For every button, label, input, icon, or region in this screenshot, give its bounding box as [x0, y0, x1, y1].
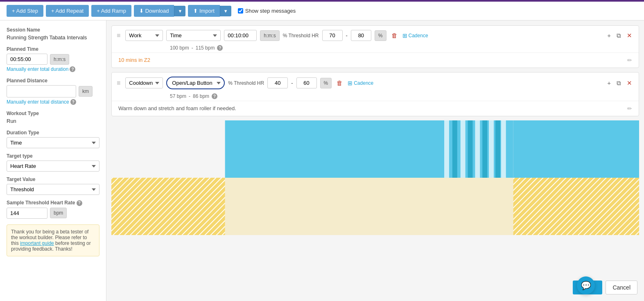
workout-type-label: Workout Type — [7, 111, 99, 116]
target-value-select[interactable]: Threshold Zone 1 Zone 2 Zone 3 Zone 4 Zo… — [7, 184, 99, 195]
planned-time-input[interactable] — [7, 54, 47, 65]
range-low-2[interactable] — [267, 77, 288, 88]
svg-rect-13 — [489, 120, 494, 178]
percent-badge-2: % — [320, 78, 332, 88]
delete-step-2[interactable]: 🗑 — [335, 79, 344, 87]
bpm-dash-1: - — [192, 45, 193, 51]
copy-step-1[interactable]: ⧉ — [615, 31, 623, 40]
edit-note-1[interactable]: ✏ — [627, 57, 632, 63]
step-note-1: 10 mins in Z2 ✏ — [112, 52, 639, 68]
distance-help-icon[interactable]: ? — [70, 99, 76, 105]
duration-type-select-2[interactable]: Time Distance Open/Lap Button — [166, 77, 225, 89]
cadence-btn-2[interactable]: ⊞ Cadence — [348, 80, 373, 86]
svg-rect-11 — [475, 120, 480, 178]
hms-badge-1: h:m:s — [260, 30, 279, 41]
range-high-1[interactable] — [351, 30, 371, 41]
step-type-select-1[interactable]: Work Warmup Cooldown Rest — [125, 30, 163, 41]
add-step-after-1[interactable]: + — [606, 31, 612, 40]
duration-type-select[interactable]: Time Distance — [7, 137, 99, 148]
target-type-select[interactable]: Heart Rate Power Pace Speed — [7, 161, 99, 172]
planned-time-row: h:m:s — [7, 54, 99, 65]
edit-note-2[interactable]: ✏ — [627, 105, 632, 112]
duration-type-label: Duration Type — [7, 130, 99, 136]
add-ramp-button[interactable]: + Add Ramp — [91, 5, 131, 17]
bpm-low-2: 57 bpm — [170, 93, 186, 99]
sample-threshold-unit: bpm — [50, 208, 67, 218]
threshold-help-icon[interactable]: ? — [77, 200, 82, 206]
download-button[interactable]: ⬇ Download — [134, 5, 174, 17]
drag-handle-2[interactable]: ≡ — [117, 79, 120, 87]
step-type-select-2[interactable]: Work Warmup Cooldown Rest — [125, 77, 163, 88]
cadence-btn-1[interactable]: ⊞ Cadence — [402, 32, 428, 39]
manually-enter-duration-link[interactable]: Manually enter total duration ? — [7, 66, 99, 72]
svg-rect-9 — [461, 120, 465, 178]
bpm-help-2[interactable]: ? — [212, 93, 217, 99]
sample-threshold-input[interactable] — [7, 208, 47, 219]
range-high-2[interactable] — [296, 77, 317, 88]
planned-distance-input[interactable] — [7, 85, 76, 97]
svg-rect-12 — [482, 120, 487, 178]
sidebar: Session Name Running Strength Tabata Int… — [0, 20, 106, 301]
bpm-dash-2: - — [189, 93, 190, 99]
chat-bubble[interactable]: 💬 — [577, 276, 595, 294]
beta-box: Thank you for being a beta tester of the… — [7, 224, 99, 256]
remove-step-2[interactable]: ✕ — [625, 79, 634, 88]
important-guide-link[interactable]: important guide — [20, 240, 54, 246]
planned-time-unit: h:m:s — [50, 54, 69, 65]
percent-badge-1: % — [375, 30, 386, 41]
import-button[interactable]: ⬆ Import — [188, 5, 219, 17]
threshold-label-1: % Threshold HR — [283, 33, 319, 38]
note-text-1: 10 mins in Z2 — [118, 57, 150, 63]
duration-help-icon[interactable]: ? — [70, 66, 75, 72]
svg-rect-8 — [452, 120, 457, 178]
planned-distance-unit: km — [79, 86, 93, 97]
step-actions-1: + ⧉ ✕ — [606, 31, 634, 40]
remove-step-1[interactable]: ✕ — [625, 31, 634, 40]
show-messages-checkbox[interactable] — [238, 8, 243, 14]
step-card-2: ≡ Work Warmup Cooldown Rest Time Distanc… — [111, 72, 639, 116]
target-value-label: Target Value — [7, 177, 99, 182]
step-card-1: ≡ Work Warmup Cooldown Rest Time Distanc… — [111, 25, 639, 68]
add-step-after-2[interactable]: + — [606, 79, 612, 87]
open-lap-container: Time Distance Open/Lap Button — [166, 77, 225, 89]
toolbar: + Add Step + Add Repeat + Add Ramp ⬇ Dow… — [0, 2, 644, 20]
download-split-button: ⬇ Download ▼ — [134, 5, 185, 17]
svg-rect-5 — [225, 120, 444, 178]
manually-enter-distance-link[interactable]: Manually enter total distance ? — [7, 99, 99, 105]
svg-rect-14 — [495, 120, 500, 178]
download-arrow-button[interactable]: ▼ — [174, 6, 185, 16]
planned-distance-row: km — [7, 85, 99, 97]
svg-rect-19 — [444, 178, 513, 235]
delete-step-1[interactable]: 🗑 — [390, 31, 399, 40]
svg-rect-18 — [225, 178, 444, 235]
drag-handle-1[interactable]: ≡ — [117, 32, 120, 39]
threshold-label-2: % Threshold HR — [228, 80, 264, 86]
planned-time-label: Planned Time — [7, 46, 99, 52]
duration-type-select-1[interactable]: Time Distance Open/Lap Button — [166, 30, 221, 41]
range-low-1[interactable] — [322, 30, 343, 41]
cadence-label-2: Cadence — [354, 80, 373, 86]
bpm-help-1[interactable]: ? — [217, 45, 223, 51]
content-area: ≡ Work Warmup Cooldown Rest Time Distanc… — [106, 20, 644, 301]
workout-chart — [111, 120, 639, 235]
chart-area — [111, 120, 639, 235]
bpm-row-2: 57 bpm - 86 bpm ? — [165, 93, 639, 101]
show-messages-label[interactable]: Show step messages — [238, 8, 296, 14]
import-arrow-button[interactable]: ▼ — [220, 6, 231, 16]
copy-step-2[interactable]: ⧉ — [615, 79, 623, 88]
cadence-label-1: Cadence — [409, 33, 428, 38]
bpm-high-2: 86 bpm — [193, 93, 209, 99]
main-container: Session Name Running Strength Tabata Int… — [0, 20, 644, 301]
range-dash-2: - — [291, 80, 293, 86]
cancel-button[interactable]: Cancel — [606, 281, 637, 294]
target-type-label: Target type — [7, 153, 99, 159]
svg-rect-15 — [501, 120, 506, 178]
duration-value-input-1[interactable] — [224, 30, 257, 41]
range-dash-1: - — [346, 32, 348, 38]
svg-rect-16 — [513, 120, 639, 178]
add-repeat-button[interactable]: + Add Repeat — [46, 5, 89, 17]
add-step-button[interactable]: + Add Step — [7, 5, 43, 17]
bpm-row-1: 100 bpm - 115 bpm ? — [165, 45, 639, 52]
session-name-value: Running Strength Tabata Intervals — [7, 34, 99, 41]
workout-type-value: Run — [7, 118, 99, 124]
